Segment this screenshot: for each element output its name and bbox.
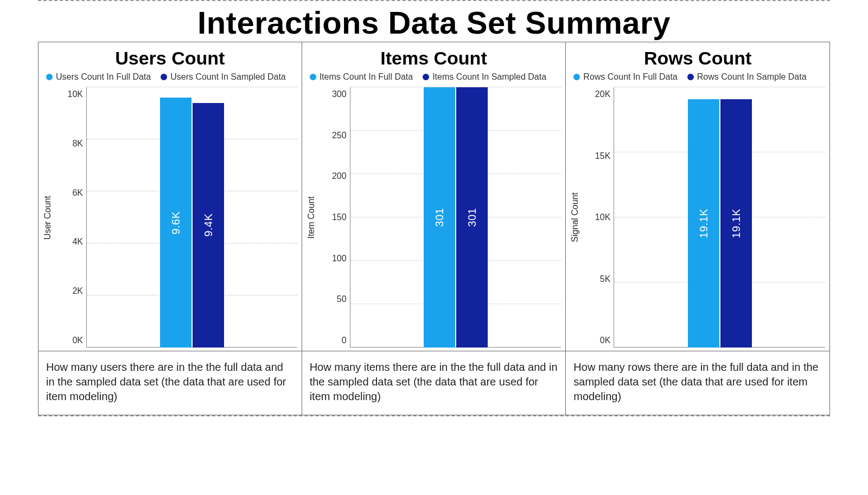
chart-items: Item Count 300250200150100500 301301 bbox=[307, 87, 561, 348]
chart-title-rows: Rows Count bbox=[570, 48, 825, 69]
legend-label: Users Count In Full Data bbox=[56, 72, 151, 82]
bar: 9.4K bbox=[193, 103, 224, 348]
y-tick-label: 300 bbox=[332, 89, 347, 99]
description-text: How many users there are in the the full… bbox=[43, 355, 297, 412]
panel-items-chart: Items Count Items Count In Full Data Ite… bbox=[302, 42, 566, 351]
plot-area: 301301 bbox=[350, 87, 561, 348]
y-tick-label: 100 bbox=[332, 254, 347, 263]
bar-value-label: 301 bbox=[465, 208, 478, 227]
panel-users-chart: Users Count Users Count In Full Data Use… bbox=[38, 42, 302, 351]
y-tick-label: 200 bbox=[332, 171, 347, 181]
page-title: Interactions Data Set Summary bbox=[38, 4, 830, 41]
bar: 301 bbox=[456, 87, 488, 348]
legend-swatch-icon bbox=[573, 74, 580, 80]
description-text: How many items there are in the the full… bbox=[307, 355, 561, 412]
bars-container: 301301 bbox=[350, 87, 561, 348]
legend-swatch-icon bbox=[687, 74, 694, 80]
y-tick-label: 0 bbox=[342, 336, 347, 345]
legend-item: Rows Count In Full Data bbox=[573, 72, 677, 82]
legend-swatch-icon bbox=[310, 74, 316, 80]
y-axis-label: Item Count bbox=[307, 196, 318, 239]
bar-value-label: 301 bbox=[433, 208, 445, 227]
legend-swatch-icon bbox=[423, 74, 429, 80]
bar-value-label: 9.4K bbox=[202, 214, 214, 237]
bar-value-label: 9.6K bbox=[169, 211, 182, 234]
legend-swatch-icon bbox=[46, 74, 53, 80]
legend-users: Users Count In Full Data Users Count In … bbox=[46, 72, 297, 82]
y-axis-label: User Count bbox=[43, 196, 55, 240]
legend-item: Users Count In Full Data bbox=[46, 72, 151, 82]
legend-item: Rows Count In Sample Data bbox=[687, 72, 807, 82]
legend-label: Rows Count In Full Data bbox=[583, 72, 677, 82]
y-tick-label: 4K bbox=[72, 237, 83, 247]
y-tick-label: 10K bbox=[595, 213, 610, 222]
panel-items-desc: How many items there are in the the full… bbox=[302, 351, 566, 415]
legend-label: Items Count In Sampled Data bbox=[432, 72, 546, 82]
legend-items: Items Count In Full Data Items Count In … bbox=[310, 72, 561, 82]
y-tick-label: 250 bbox=[332, 131, 347, 140]
y-tick-label: 10K bbox=[68, 89, 83, 99]
bar: 19.1K bbox=[720, 99, 752, 348]
panel-rows-chart: Rows Count Rows Count In Full Data Rows … bbox=[566, 42, 830, 351]
y-axis-label: Signal Count bbox=[570, 192, 582, 242]
legend-label: Rows Count In Sample Data bbox=[697, 72, 807, 82]
bar: 19.1K bbox=[688, 99, 719, 348]
legend-item: Users Count In Sampled Data bbox=[161, 72, 286, 82]
description-text: How many rows there are in the full data… bbox=[570, 355, 825, 412]
y-tick-label: 2K bbox=[72, 286, 83, 296]
y-tick-label: 0K bbox=[72, 336, 83, 345]
plot-area: 9.6K9.4K bbox=[86, 87, 297, 348]
charts-grid: Users Count Users Count In Full Data Use… bbox=[38, 42, 830, 415]
legend-item: Items Count In Full Data bbox=[310, 72, 413, 82]
bottom-dashed-divider bbox=[38, 415, 830, 416]
y-tick-label: 5K bbox=[600, 274, 611, 284]
y-tick-label: 150 bbox=[332, 213, 347, 222]
bar: 301 bbox=[424, 87, 455, 348]
legend-rows: Rows Count In Full Data Rows Count In Sa… bbox=[573, 72, 825, 82]
chart-title-items: Items Count bbox=[307, 48, 561, 69]
panel-users-desc: How many users there are in the the full… bbox=[38, 351, 302, 415]
bars-container: 9.6K9.4K bbox=[87, 87, 297, 348]
y-tick-label: 20K bbox=[595, 89, 610, 99]
bars-container: 19.1K19.1K bbox=[614, 87, 825, 348]
legend-label: Users Count In Sampled Data bbox=[170, 72, 286, 82]
y-tick-label: 15K bbox=[595, 151, 610, 161]
y-tick-label: 0K bbox=[600, 336, 611, 345]
chart-rows: Signal Count 20K15K10K5K0K 19.1K19.1K bbox=[570, 87, 825, 348]
bar-value-label: 19.1K bbox=[730, 208, 742, 238]
legend-label: Items Count In Full Data bbox=[320, 72, 413, 82]
panel-rows-desc: How many rows there are in the full data… bbox=[566, 351, 830, 415]
chart-title-users: Users Count bbox=[43, 48, 297, 69]
legend-swatch-icon bbox=[161, 74, 167, 80]
bar: 9.6K bbox=[160, 98, 192, 348]
bar-value-label: 19.1K bbox=[697, 208, 710, 238]
y-axis-ticks: 10K8K6K4K2K0K bbox=[55, 87, 86, 348]
y-axis-ticks: 20K15K10K5K0K bbox=[582, 87, 614, 348]
legend-item: Items Count In Sampled Data bbox=[423, 72, 546, 82]
y-tick-label: 6K bbox=[72, 188, 83, 198]
y-tick-label: 50 bbox=[337, 294, 347, 304]
y-axis-ticks: 300250200150100500 bbox=[318, 87, 350, 348]
plot-area: 19.1K19.1K bbox=[614, 87, 825, 348]
chart-users: User Count 10K8K6K4K2K0K 9.6K9.4K bbox=[43, 87, 297, 348]
y-tick-label: 8K bbox=[72, 139, 83, 149]
